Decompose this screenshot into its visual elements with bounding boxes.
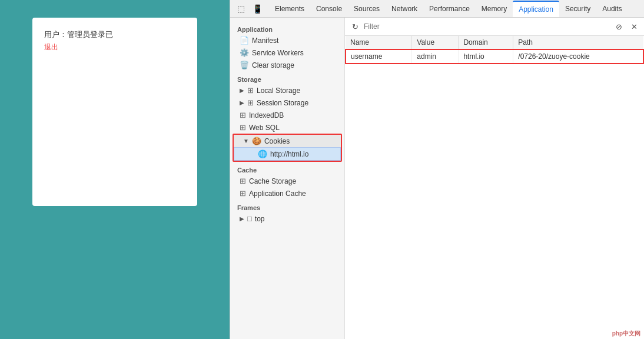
app-container: 用户：管理员登录已 退出 ⬚ 📱 Elements Console Source… <box>0 0 644 339</box>
manifest-icon: 📄 <box>240 36 249 45</box>
section-storage: Storage <box>230 71 344 84</box>
filter-bar: ↻ ⊘ ✕ <box>345 18 644 36</box>
section-application: Application <box>230 21 344 34</box>
tab-network[interactable]: Network <box>386 1 423 17</box>
cookies-table: Name Value Domain Path username admin ht… <box>345 36 644 339</box>
device-icon[interactable]: 📱 <box>249 1 265 17</box>
application-cache-icon: ⊞ <box>240 189 246 198</box>
tab-application[interactable]: Application <box>513 1 559 17</box>
cookies-child-label: http://html.io <box>270 150 334 158</box>
tab-console[interactable]: Console <box>310 1 348 17</box>
column-domain[interactable]: Domain <box>459 36 513 49</box>
local-storage-label: Local Storage <box>257 87 338 95</box>
cell-value: admin <box>412 49 459 64</box>
sidebar-item-service-workers[interactable]: ⚙️ Service Workers <box>230 46 344 59</box>
refresh-button[interactable]: ↻ <box>348 20 361 33</box>
clear-storage-icon: 🗑️ <box>240 61 249 69</box>
session-storage-label: Session Storage <box>257 99 338 107</box>
page-card: 用户：管理员登录已 退出 <box>32 18 197 206</box>
cookies-expand-icon: ▼ <box>243 138 249 144</box>
section-cache: Cache <box>230 162 344 175</box>
sidebar-item-indexeddb[interactable]: ⊞ IndexedDB <box>230 109 344 121</box>
sidebar-item-local-storage[interactable]: ▶ ⊞ Local Storage <box>230 84 344 97</box>
sidebar-item-manifest[interactable]: 📄 Manifest <box>230 34 344 46</box>
application-cache-label: Application Cache <box>249 190 338 198</box>
sidebar-item-cookies[interactable]: ▼ 🍪 Cookies <box>234 135 341 147</box>
tab-performance[interactable]: Performance <box>423 1 476 17</box>
cookies-group: ▼ 🍪 Cookies 🌐 http://html.io <box>233 134 342 162</box>
cache-storage-label: Cache Storage <box>249 177 338 185</box>
user-text: 用户：管理员登录已 <box>44 29 185 40</box>
devtools-main: ↻ ⊘ ✕ Name Value Domain Path <box>345 18 644 339</box>
bottom-bar: php中文网 <box>609 328 644 339</box>
sidebar-item-cache-storage[interactable]: ⊞ Cache Storage <box>230 175 344 187</box>
php-logo-label: php中文网 <box>612 330 640 337</box>
page-preview: 用户：管理员登录已 退出 <box>0 0 230 339</box>
session-storage-expand-icon: ▶ <box>240 99 244 106</box>
tab-elements[interactable]: Elements <box>269 1 310 17</box>
indexeddb-icon: ⊞ <box>240 111 246 119</box>
tab-memory[interactable]: Memory <box>476 1 513 17</box>
service-workers-icon: ⚙️ <box>240 48 249 57</box>
column-value[interactable]: Value <box>412 36 459 49</box>
cache-storage-icon: ⊞ <box>240 177 246 185</box>
top-expand-icon: ▶ <box>240 215 244 222</box>
tab-audits[interactable]: Audits <box>596 1 628 17</box>
cell-path: /0726-20/zuoye-cookie <box>513 49 643 64</box>
service-workers-label: Service Workers <box>252 49 338 57</box>
table-row[interactable]: username admin html.io /0726-20/zuoye-co… <box>346 49 643 64</box>
sidebar-item-session-storage[interactable]: ▶ ⊞ Session Storage <box>230 97 344 109</box>
sidebar-item-clear-storage[interactable]: 🗑️ Clear storage <box>230 59 344 71</box>
column-name[interactable]: Name <box>346 36 412 49</box>
sidebar-item-application-cache[interactable]: ⊞ Application Cache <box>230 187 344 200</box>
cookies-label: Cookies <box>264 137 335 145</box>
indexeddb-label: IndexedDB <box>249 111 338 119</box>
top-label: top <box>255 215 338 223</box>
top-icon: □ <box>247 214 252 223</box>
inspect-icon[interactable]: ⬚ <box>233 1 249 17</box>
clear-storage-label: Clear storage <box>252 61 338 69</box>
web-sql-label: Web SQL <box>249 124 338 132</box>
section-frames: Frames <box>230 200 344 212</box>
cookies-icon: 🍪 <box>252 137 261 145</box>
filter-input[interactable] <box>364 22 610 31</box>
cell-domain: html.io <box>459 49 513 64</box>
tab-sources[interactable]: Sources <box>348 1 386 17</box>
web-sql-icon: ⊞ <box>240 123 246 132</box>
column-path[interactable]: Path <box>513 36 643 49</box>
sidebar-item-cookies-html-io[interactable]: 🌐 http://html.io <box>234 147 341 161</box>
sidebar-item-web-sql[interactable]: ⊞ Web SQL <box>230 121 344 134</box>
local-storage-expand-icon: ▶ <box>240 87 244 94</box>
filter-close-button[interactable]: ✕ <box>628 20 640 33</box>
devtools-sidebar: Application 📄 Manifest ⚙️ Service Worker… <box>230 18 345 339</box>
sidebar-item-top[interactable]: ▶ □ top <box>230 212 344 225</box>
cell-name: username <box>346 49 412 64</box>
devtools-tab-bar: ⬚ 📱 Elements Console Sources Network Per… <box>230 0 644 18</box>
filter-clear-button[interactable]: ⊘ <box>612 20 625 33</box>
session-storage-icon: ⊞ <box>247 98 254 107</box>
cookies-child-icon: 🌐 <box>258 149 267 158</box>
tab-security[interactable]: Security <box>559 1 596 17</box>
local-storage-icon: ⊞ <box>247 86 254 95</box>
devtools-body: Application 📄 Manifest ⚙️ Service Worker… <box>230 18 644 339</box>
logout-link[interactable]: 退出 <box>44 43 58 51</box>
manifest-label: Manifest <box>252 36 338 45</box>
devtools-panel: ⬚ 📱 Elements Console Sources Network Per… <box>230 0 644 339</box>
